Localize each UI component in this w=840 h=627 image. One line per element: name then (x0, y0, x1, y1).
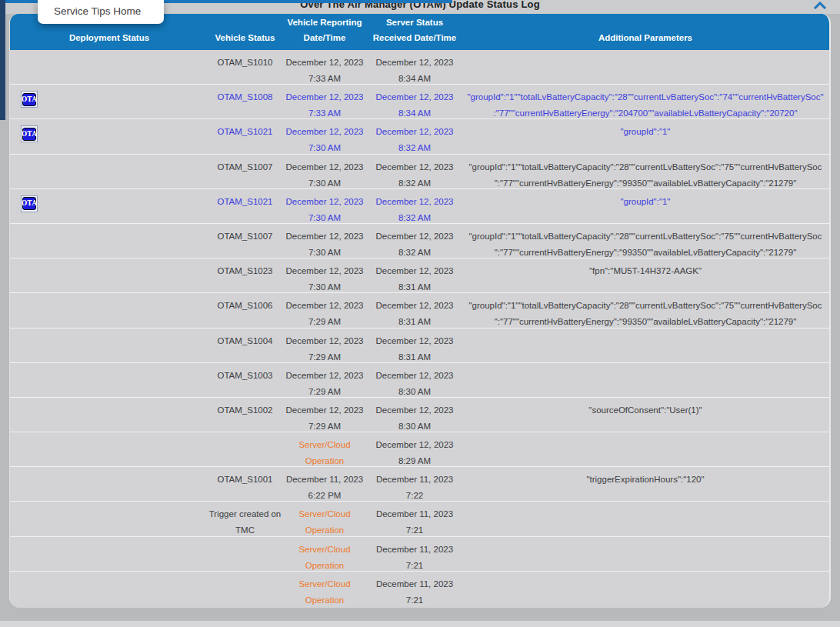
left-accent-strip (0, 0, 5, 120)
server-received-cell: December 12, 2023 8:32 AM (368, 155, 462, 188)
server-received-cell: December 11, 2023 7:21 PM (368, 572, 462, 606)
vehicle-status-cell: OTAM_S1008 (208, 85, 282, 118)
server-received-datetime: December 12, 2023 8:34 AM (375, 58, 453, 83)
additional-parameters-cell: "fpn":"MU5T-14H372-AAGK" (462, 258, 829, 292)
server-received-datetime: December 11, 2023 7:21 PM (376, 509, 453, 535)
server-received-cell: December 12, 2023 8:32 AM (368, 119, 462, 153)
table-row: OTA Update Vehicle Interrogator Log Succ… (10, 363, 829, 398)
vehicle-reporting-cell: Server/Cloud Operation (282, 502, 368, 535)
header-label: Vehicle Status (215, 30, 275, 45)
table-row: OTA Update Authorization Level & Consent… (10, 398, 829, 432)
header-additional-parameters: Additional Parameters (462, 14, 829, 50)
vehicle-reporting-datetime: December 12, 2023 7:33 AM (285, 58, 363, 83)
additional-parameters: "groupId":"1""totalLvBatteryCapacity":"2… (467, 92, 823, 118)
ota-badge-label: OTA (22, 197, 36, 210)
deployment-status-cell: OTA Update Authorization Level & Consent… (10, 398, 208, 432)
table-row: OTA request_delivery_queued Server/Cloud… (10, 537, 829, 572)
server-received-cell: December 12, 2023 8:34 AM (368, 85, 462, 118)
vehicle-status-cell: OTAM_S1007 (208, 155, 282, 188)
vehicle-reporting-datetime: Server/Cloud Operation (298, 509, 350, 535)
vehicle-reporting-cell: December 12, 2023 7:29 AM (282, 329, 368, 362)
service-tips-home-menu-item[interactable]: Service Tips Home (38, 0, 164, 24)
additional-parameters-cell: "sourceOfConsent":"User(1)" (462, 398, 829, 432)
table-row: OTA Vehicle Activation Start OTAM_S1021 … (10, 189, 829, 224)
vehicle-status: OTAM_S1001 (217, 475, 272, 484)
deployment-status-cell: OTA requested (10, 572, 208, 606)
deployment-status-cell: OTA Update Vehicle Interrogator Log Succ… (10, 363, 208, 397)
server-received-cell: December 12, 2023 8:30 AM (368, 398, 462, 432)
vehicle-status: Trigger created on TMC (209, 509, 282, 535)
vehicle-status-cell: OTAM_S1021 (208, 119, 282, 153)
additional-parameters: "groupId":"1" (621, 127, 671, 136)
ota-badge-icon[interactable]: OTA (21, 125, 38, 142)
vehicle-reporting-datetime: December 11, 2023 6:22 PM (286, 475, 363, 500)
header-label: Deployment Status (69, 30, 149, 45)
additional-parameters-cell: "groupId":"1""totalLvBatteryCapacity":"2… (462, 293, 829, 327)
additional-parameters: "groupId":"1" (621, 197, 671, 206)
ota-badge-label: OTA (22, 93, 36, 106)
additional-parameters-cell (462, 363, 829, 397)
vehicle-reporting-cell: December 12, 2023 7:30 AM (282, 119, 368, 153)
server-received-datetime: December 11, 2023 7:21 PM (376, 545, 453, 571)
server-received-datetime: December 12, 2023 8:32 AM (375, 162, 453, 188)
vehicle-status-cell: Trigger created on TMC (208, 502, 282, 535)
ota-badge-icon[interactable]: OTA (21, 195, 38, 212)
deployment-status-cell: OTA Vehicle Activation Start (10, 189, 208, 223)
vehicle-reporting-cell: December 11, 2023 6:22 PM (282, 467, 368, 501)
server-received-datetime: December 12, 2023 8:31 AM (375, 301, 453, 326)
server-received-datetime: December 12, 2023 8:32 AM (375, 197, 453, 222)
vehicle-status-cell: OTAM_S1003 (208, 363, 282, 397)
vehicle-reporting-datetime: Server/Cloud Operation (298, 579, 350, 605)
vehicle-reporting-datetime: December 12, 2023 7:29 AM (285, 405, 363, 431)
table-row: OTA Update Files are Ready to Activate O… (10, 155, 829, 189)
server-received-datetime: December 11, 2023 7:21 PM (376, 579, 453, 606)
ota-badge-icon[interactable]: OTA (21, 91, 38, 108)
additional-parameters-cell (462, 50, 829, 84)
vehicle-status: OTAM_S1008 (217, 92, 272, 102)
vehicle-reporting-datetime: December 12, 2023 7:33 AM (285, 92, 363, 118)
vehicle-reporting-cell: December 12, 2023 7:30 AM (282, 155, 368, 188)
additional-parameters-cell: "groupId":"1""totalLvBatteryCapacity":"2… (462, 224, 829, 258)
vehicle-reporting-datetime: December 12, 2023 7:29 AM (285, 336, 363, 362)
vehicle-status: OTAM_S1002 (217, 405, 272, 415)
vehicle-status: OTAM_S1007 (217, 162, 272, 172)
chevron-up-icon[interactable] (812, 0, 828, 6)
vehicle-status-cell (208, 537, 282, 571)
page-bottom-band (0, 621, 840, 627)
otam-status-table: Deployment Status Vehicle Status Vehicle… (9, 14, 831, 608)
deployment-status-cell: OTA Update Files are Ready to Activate (10, 155, 208, 188)
table-row: OTA request_delivery_in_progress Server/… (10, 432, 829, 467)
deployment-status-cell: OTA request_delivery_queued (10, 537, 208, 571)
ota-badge-label: OTA (22, 128, 36, 141)
table-row: OTA OTA Trigger Available OTAM_S1001 Dec… (10, 467, 829, 502)
vehicle-status-cell: OTAM_S1007 (208, 224, 282, 258)
vehicle-status-cell: OTAM_S1023 (208, 258, 282, 292)
additional-parameters-cell (462, 329, 829, 362)
vehicle-status-cell: OTAM_S1004 (208, 329, 282, 362)
table-body: OTA Campaign Successful OTAM_S1010 Decem… (10, 50, 829, 606)
vehicle-reporting-datetime: December 12, 2023 7:30 AM (285, 232, 363, 257)
service-tips-home-label: Service Tips Home (54, 5, 141, 17)
vehicle-reporting-datetime: December 12, 2023 7:29 AM (285, 371, 363, 396)
vehicle-status-cell (208, 572, 282, 606)
server-received-datetime: December 12, 2023 8:29 AM (375, 440, 453, 465)
vehicle-status-cell: OTAM_S1021 (208, 189, 282, 223)
vehicle-status: OTAM_S1003 (217, 371, 272, 380)
vehicle-status: OTAM_S1023 (217, 266, 272, 275)
vehicle-status: OTAM_S1007 (217, 232, 272, 241)
deployment-status-cell: OTA Vehicle Activation Start (10, 119, 208, 153)
server-received-cell: December 11, 2023 7:22 PM (368, 467, 462, 501)
vehicle-reporting-cell: Server/Cloud Operation (282, 572, 368, 606)
vehicle-status-cell: OTAM_S1001 (208, 467, 282, 501)
server-received-cell: December 12, 2023 8:34 AM (368, 50, 462, 84)
vehicle-reporting-cell: December 12, 2023 7:30 AM (282, 189, 368, 223)
vehicle-reporting-cell: Server/Cloud Operation (282, 537, 368, 571)
server-received-datetime: December 12, 2023 8:32 AM (375, 127, 453, 152)
vehicle-reporting-cell: December 12, 2023 7:29 AM (282, 363, 368, 397)
additional-parameters-cell: "groupId":"1" (462, 189, 829, 223)
table-row: OTA Update Files are Ready to Activate O… (10, 224, 829, 258)
table-row: OTA File Download Finished OTAM_S1023 De… (10, 258, 829, 293)
table-row: OTA Update To Start File Download OTAM_S… (10, 293, 829, 328)
additional-parameters-cell (462, 502, 829, 535)
header-server-received-datetime: Server Status Received Date/Time (368, 14, 462, 50)
